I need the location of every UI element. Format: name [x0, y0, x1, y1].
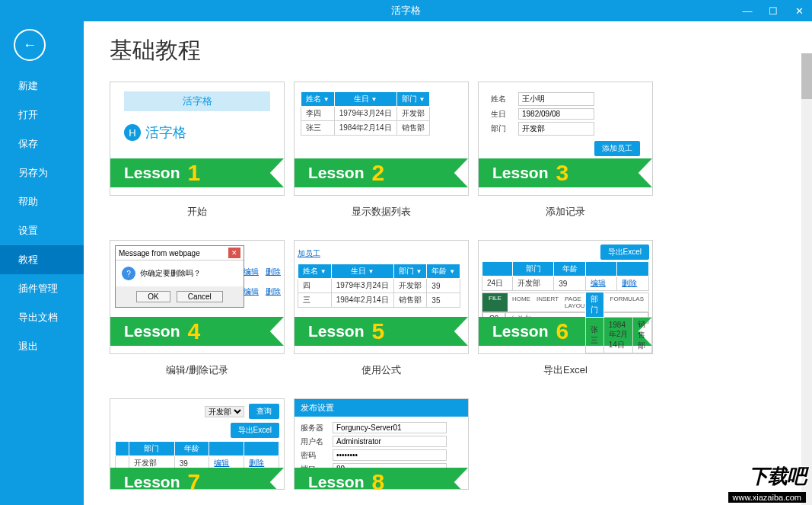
lesson-card-7[interactable]: 开发部 查询 导出Excel 部门年龄 开发部39编辑删除 Lesson7 — [110, 398, 285, 490]
data-table: 姓名 ▼生日 ▼部门 ▼李四1979年3月24日开发部张三1984年2月14日销… — [301, 91, 430, 136]
page-title: 基础教程 — [110, 35, 812, 66]
lesson-card-2[interactable]: 姓名 ▼生日 ▼部门 ▼李四1979年3月24日开发部张三1984年2月14日销… — [294, 82, 469, 219]
lesson-caption: 显示数据列表 — [352, 205, 411, 219]
lesson-thumb-3: 姓名王小明生日1982/09/08部门开发部添加员工 Lesson3 — [478, 82, 653, 196]
lesson-card-6[interactable]: 导出Excel 部门年龄 24日开发部39编辑删除 FILEHOMEINSERT… — [478, 240, 653, 377]
data-table: 部门年龄 开发部39编辑删除 — [115, 441, 279, 471]
confirm-dialog: Message from webpage✕ ?你确定要删除吗？ OKCancel — [115, 245, 244, 308]
app-title: 活字格 — [391, 4, 421, 18]
sidebar-item[interactable]: 教程 — [0, 245, 84, 274]
lesson-thumb-7: 开发部 查询 导出Excel 部门年龄 开发部39编辑删除 Lesson7 — [110, 398, 285, 490]
data-table: 姓名 ▼生日 ▼部门 ▼年龄 ▼四1979年3月24日开发部39三1984年2月… — [298, 264, 460, 308]
content-area: 基础教程 活字格 H 活字格 Lesson1 开始 — [84, 21, 812, 505]
thumb1-label2: 活字格 — [145, 123, 186, 142]
lesson-caption: 开始 — [187, 205, 207, 219]
sidebar-item[interactable]: 插件管理 — [0, 274, 84, 303]
lesson-ribbon: Lesson1 — [110, 158, 284, 187]
lesson-thumb-5: 加员工 姓名 ▼生日 ▼部门 ▼年龄 ▼四1979年3月24日开发部39三198… — [294, 240, 469, 354]
minimize-button[interactable]: — — [734, 0, 760, 21]
lesson-thumb-4: 编辑 删除 编辑 删除 Message from webpage✕ ?你确定要删… — [110, 240, 285, 354]
lesson-ribbon: Lesson2 — [295, 158, 468, 187]
data-table: 部门年龄 24日开发部39编辑删除 — [482, 261, 649, 291]
sidebar-item[interactable]: 导出文档 — [0, 303, 84, 332]
lesson-thumb-8: 发布设置 服务器用户名密码端口 Lesson8 — [294, 398, 469, 490]
sidebar-menu: 新建打开保存另存为帮助设置教程插件管理导出文档退出 — [0, 72, 84, 361]
lesson-card-5[interactable]: 加员工 姓名 ▼生日 ▼部门 ▼年龄 ▼四1979年3月24日开发部39三198… — [294, 240, 469, 377]
close-button[interactable]: ✕ — [786, 0, 812, 21]
sidebar-item[interactable]: 新建 — [0, 72, 84, 101]
lesson-thumb-2: 姓名 ▼生日 ▼部门 ▼李四1979年3月24日开发部张三1984年2月14日销… — [294, 82, 469, 196]
lesson-ribbon: Lesson5 — [295, 317, 468, 346]
lesson-card-4[interactable]: 编辑 删除 编辑 删除 Message from webpage✕ ?你确定要删… — [110, 240, 285, 377]
lesson-ribbon: Lesson7 — [110, 468, 284, 490]
lesson-card-8[interactable]: 发布设置 服务器用户名密码端口 Lesson8 — [294, 398, 469, 490]
logo-icon: H — [124, 124, 141, 141]
sidebar-item[interactable]: 另存为 — [0, 158, 84, 187]
back-button[interactable]: ← — [14, 29, 46, 61]
sidebar-item[interactable]: 保存 — [0, 129, 84, 158]
sidebar: ← 新建打开保存另存为帮助设置教程插件管理导出文档退出 — [0, 21, 84, 505]
maximize-button[interactable]: ☐ — [760, 0, 786, 21]
titlebar: 活字格 — ☐ ✕ — [0, 0, 812, 21]
scrollbar[interactable] — [801, 53, 812, 505]
lesson-ribbon: Lesson4 — [110, 317, 284, 346]
sidebar-item[interactable]: 帮助 — [0, 187, 84, 216]
lesson-ribbon: Lesson3 — [479, 158, 652, 187]
lesson-thumb-6: 导出Excel 部门年龄 24日开发部39编辑删除 FILEHOMEINSERT… — [478, 240, 653, 354]
dept-select: 开发部 — [205, 406, 244, 417]
ok-button: OK — [136, 291, 170, 302]
window-controls: — ☐ ✕ — [734, 0, 812, 21]
sidebar-item[interactable]: 退出 — [0, 332, 84, 361]
add-employee-button: 添加员工 — [594, 141, 640, 156]
thumb1-label1: 活字格 — [124, 91, 270, 111]
sidebar-item[interactable]: 打开 — [0, 101, 84, 129]
cancel-button: Cancel — [177, 291, 223, 302]
lessons-grid: 活字格 H 活字格 Lesson1 开始 姓名 ▼生日 ▼部门 ▼李四1979年… — [87, 82, 812, 490]
lesson-caption: 添加记录 — [546, 205, 585, 219]
question-icon: ? — [122, 267, 135, 280]
lesson-card-3[interactable]: 姓名王小明生日1982/09/08部门开发部添加员工 Lesson3 添加记录 — [478, 82, 653, 219]
export-button: 导出Excel — [600, 245, 649, 260]
scrollbar-thumb[interactable] — [801, 53, 812, 99]
lesson-thumb-1: 活字格 H 活字格 Lesson1 — [110, 82, 285, 196]
sidebar-item[interactable]: 设置 — [0, 216, 84, 245]
lesson-caption: 使用公式 — [361, 363, 401, 377]
export-button: 导出Excel — [231, 423, 279, 438]
lesson-caption: 编辑/删除记录 — [166, 363, 228, 377]
close-icon: ✕ — [228, 248, 240, 258]
publish-title: 发布设置 — [295, 399, 468, 417]
lesson-caption: 导出Excel — [543, 363, 588, 377]
arrow-left-icon: ← — [23, 37, 37, 53]
lesson-ribbon: Lesson8 — [295, 468, 468, 490]
watermark: 下载吧 www.xiazaiba.com — [728, 463, 806, 503]
lesson-card-1[interactable]: 活字格 H 活字格 Lesson1 开始 — [110, 82, 285, 219]
query-button: 查询 — [249, 404, 279, 419]
